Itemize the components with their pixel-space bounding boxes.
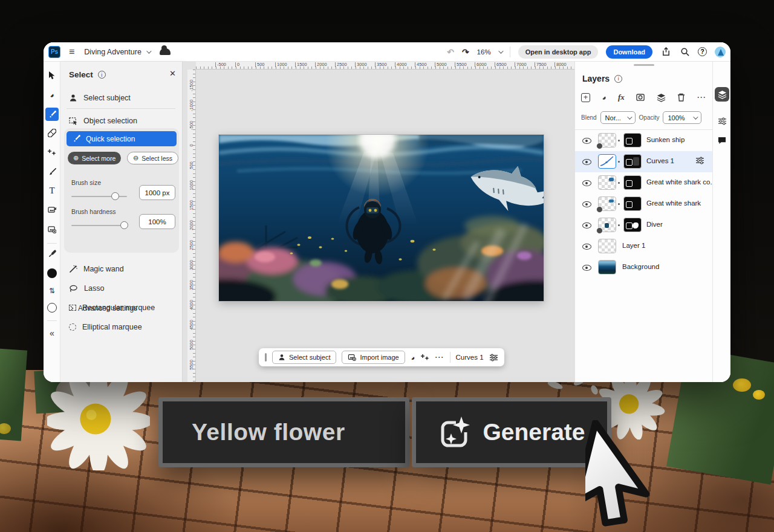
layer-thumbnail[interactable] xyxy=(598,260,616,274)
layer-thumbnail[interactable] xyxy=(598,196,616,211)
open-in-desktop-button[interactable]: Open in desktop app xyxy=(518,45,599,59)
generate-button[interactable]: Generate xyxy=(412,397,611,467)
ruler-tick-label: 3500 xyxy=(189,276,194,295)
ruler-tick-label: 2500 xyxy=(335,62,347,67)
select-subject-item[interactable]: Select subject xyxy=(69,92,131,104)
brush-hardness-slider[interactable] xyxy=(71,225,127,226)
avatar[interactable] xyxy=(715,47,726,57)
share-icon[interactable] xyxy=(660,47,671,57)
mask-thumbnail[interactable] xyxy=(623,154,642,169)
curves-thumbnail[interactable] xyxy=(598,154,616,169)
document-title[interactable]: Diving Adventure xyxy=(84,48,141,56)
delete-layer-icon[interactable] xyxy=(677,93,685,102)
panel-drag-handle[interactable] xyxy=(634,64,654,66)
generative-sparkle-tool-icon[interactable] xyxy=(45,146,59,159)
document-canvas[interactable] xyxy=(219,135,544,301)
export-image-tool-icon[interactable] xyxy=(45,203,59,216)
object-selection-item[interactable]: Object selection xyxy=(69,115,137,127)
rectangular-marquee-item[interactable]: Rectangular marquee xyxy=(69,302,155,314)
collapse-rail-icon[interactable]: « xyxy=(45,326,59,340)
more-options-icon[interactable]: ⋯ xyxy=(435,352,444,363)
adjustment-layer-icon[interactable]: ◑ xyxy=(599,92,609,102)
layers-panel-icon[interactable] xyxy=(715,87,729,102)
adjustments-tool-icon[interactable]: ◑ xyxy=(45,88,59,102)
quick-selection-item[interactable]: Quick selection xyxy=(67,131,177,146)
info-icon[interactable]: i xyxy=(614,75,622,83)
layer-row-sunken-ship[interactable]: Sunken ship xyxy=(575,130,713,151)
layer-row-great-white-shark-copy[interactable]: Great white shark co... xyxy=(575,172,713,193)
mask-thumbnail[interactable] xyxy=(623,175,642,190)
add-mask-icon[interactable] xyxy=(636,94,646,102)
healing-tool-icon[interactable] xyxy=(45,126,59,140)
layer-row-background[interactable]: Background xyxy=(575,257,713,278)
drag-handle[interactable] xyxy=(265,353,267,362)
layer-effects-icon[interactable]: fx xyxy=(618,92,625,102)
search-icon[interactable] xyxy=(679,47,690,57)
elliptical-marquee-item[interactable]: Elliptical marquee xyxy=(69,321,142,333)
undo-icon[interactable]: ↶ xyxy=(447,47,454,57)
slider-knob[interactable] xyxy=(120,221,128,229)
chevron-down-icon[interactable] xyxy=(146,48,151,53)
zoom-control[interactable]: 16% xyxy=(477,48,502,56)
redo-icon[interactable]: ↷ xyxy=(462,47,469,57)
layer-stack-icon[interactable] xyxy=(657,93,666,102)
blend-mode-select[interactable]: Nor... xyxy=(600,111,636,124)
generative-sparkle-icon[interactable] xyxy=(421,353,429,362)
visibility-eye-icon[interactable] xyxy=(582,222,591,229)
layer-thumbnail[interactable] xyxy=(598,175,616,190)
select-subject-button[interactable]: Select subject xyxy=(272,351,336,364)
slider-knob[interactable] xyxy=(111,192,119,200)
info-icon[interactable]: i xyxy=(98,71,106,79)
generate-label: Generate xyxy=(483,419,585,446)
layer-options-icon[interactable] xyxy=(489,354,498,362)
close-icon[interactable]: ✕ xyxy=(169,69,176,78)
visibility-eye-icon[interactable] xyxy=(582,244,591,250)
visibility-eye-icon[interactable] xyxy=(582,201,591,207)
download-button[interactable]: Download xyxy=(606,45,652,59)
comments-panel-icon[interactable] xyxy=(715,133,729,148)
prompt-input-panel[interactable]: Yellow flower xyxy=(158,397,409,467)
layers-panel: Layers i + ◑ fx ⋯ Blend Nor... Opacity xyxy=(574,62,712,382)
type-tool-icon[interactable]: T xyxy=(45,184,59,197)
lasso-item[interactable]: Lasso xyxy=(69,282,104,294)
brush-size-input[interactable]: 1000 px xyxy=(139,185,175,200)
mask-thumbnail[interactable] xyxy=(623,196,642,211)
more-options-icon[interactable]: ⋯ xyxy=(697,92,706,103)
layer-row-diver[interactable]: Diver xyxy=(575,215,713,236)
quick-selection-tool-icon[interactable] xyxy=(45,108,59,121)
brush-tool-icon[interactable] xyxy=(45,165,59,178)
curves-settings-icon[interactable] xyxy=(695,157,704,164)
swap-colors-icon[interactable]: ⇅ xyxy=(45,284,59,297)
visibility-eye-icon[interactable] xyxy=(582,138,591,144)
layer-thumbnail[interactable] xyxy=(598,239,616,253)
select-less-button[interactable]: ⊖ Select less xyxy=(127,152,178,164)
import-image-button[interactable]: Import image xyxy=(342,351,405,364)
brush-size-slider[interactable] xyxy=(71,196,127,197)
tool-rail: ◑ T ⇅ « xyxy=(44,62,60,382)
adjustments-icon[interactable]: ◑ xyxy=(411,353,415,362)
mask-thumbnail[interactable] xyxy=(623,218,642,232)
magic-wand-item[interactable]: Magic wand xyxy=(69,263,124,275)
eyedropper-tool-icon[interactable] xyxy=(45,247,59,260)
ruler-tick-label: 2000 xyxy=(315,62,327,67)
brush-hardness-input[interactable]: 100% xyxy=(139,214,175,229)
menu-icon[interactable]: ≡ xyxy=(69,47,74,57)
select-more-button[interactable]: ⊕ Select more xyxy=(68,152,121,164)
foreground-color-swatch[interactable] xyxy=(45,267,59,280)
visibility-eye-icon[interactable] xyxy=(582,180,591,186)
layer-row-great-white-shark[interactable]: Great white shark xyxy=(575,193,713,215)
add-layer-icon[interactable]: + xyxy=(581,93,590,102)
visibility-eye-icon[interactable] xyxy=(582,265,591,271)
layer-thumbnail[interactable] xyxy=(598,218,616,232)
move-tool-icon[interactable] xyxy=(45,69,59,82)
import-image-tool-icon[interactable] xyxy=(45,222,59,236)
layer-row-curves-1[interactable]: Curves 1 xyxy=(575,151,713,172)
adjustments-panel-icon[interactable] xyxy=(715,114,729,128)
opacity-select[interactable]: 100% xyxy=(663,111,701,124)
mask-thumbnail[interactable] xyxy=(623,133,642,148)
background-color-swatch[interactable] xyxy=(45,301,59,314)
help-icon[interactable]: ? xyxy=(698,47,707,56)
layer-thumbnail[interactable] xyxy=(598,133,616,148)
layer-row-layer-1[interactable]: Layer 1 xyxy=(575,236,713,257)
visibility-eye-icon[interactable] xyxy=(582,159,591,165)
